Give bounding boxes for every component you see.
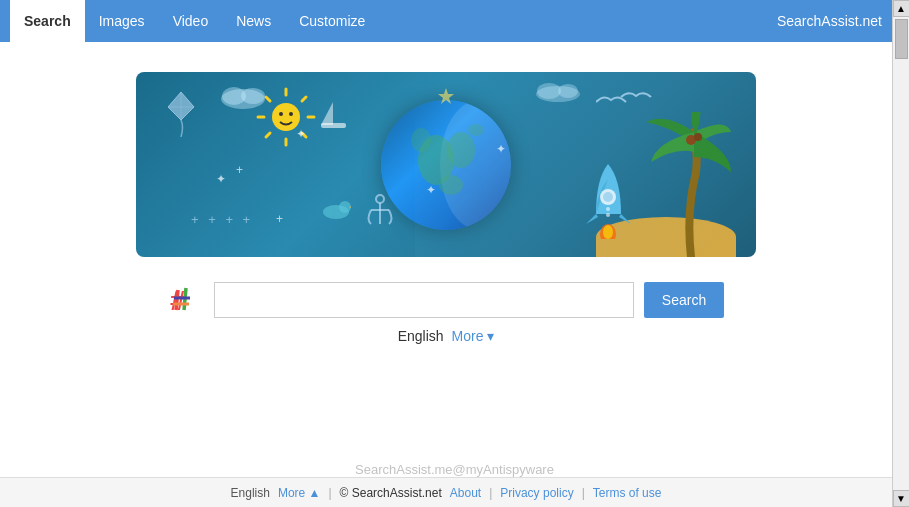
sailboat [316, 97, 351, 135]
nav-item-search[interactable]: Search [10, 0, 85, 42]
svg-point-36 [376, 195, 384, 203]
sparkle-2: ✦ [216, 172, 226, 186]
footer: English More ▲ | © SearchAssist.net Abou… [0, 477, 892, 507]
svg-line-41 [176, 290, 178, 310]
footer-terms-link[interactable]: Terms of use [593, 486, 662, 500]
svg-point-6 [279, 112, 283, 116]
nav-item-news[interactable]: News [222, 0, 285, 42]
nav-item-video[interactable]: Video [159, 0, 223, 42]
main-content: Search Images Video News Customize Searc… [0, 0, 892, 507]
footer-sep-3: | [582, 486, 585, 500]
anchor [366, 194, 394, 232]
scrollbar-thumb[interactable] [895, 19, 908, 59]
footer-sep-1: | [328, 486, 331, 500]
search-logo: # [168, 282, 204, 318]
search-area: # Search English More ▾ [0, 282, 892, 344]
light-effect [415, 72, 756, 257]
footer-more-link[interactable]: More ▲ [278, 486, 321, 500]
svg-marker-39 [438, 88, 454, 104]
svg-rect-24 [321, 123, 346, 128]
search-button[interactable]: Search [644, 282, 724, 318]
nav-bar: Search Images Video News Customize Searc… [0, 0, 892, 42]
nav-item-images[interactable]: Images [85, 0, 159, 42]
scrollbar-up-button[interactable]: ▲ [893, 0, 910, 17]
svg-line-14 [302, 97, 306, 101]
kite [166, 92, 196, 140]
footer-about-link[interactable]: About [450, 486, 481, 500]
sparkle-6: + [236, 163, 243, 177]
svg-point-7 [289, 112, 293, 116]
hero-image: ✦ ✦ ✦ ✦ + + + + + + [136, 72, 756, 257]
language-row: English More ▾ [398, 328, 495, 344]
nav-left: Search Images Video News Customize [10, 0, 777, 42]
scrollbar-track [893, 17, 909, 507]
footer-copyright: © SearchAssist.net [340, 486, 442, 500]
footer-english: English [231, 486, 270, 500]
search-row: # Search [168, 282, 724, 318]
watermark: SearchAssist.me@myAntispyware [355, 462, 554, 477]
hero-container: ✦ ✦ ✦ ✦ + + + + + + [0, 42, 892, 277]
svg-line-15 [266, 133, 270, 137]
plus-signs: + + + + [191, 212, 253, 227]
search-input[interactable] [214, 282, 634, 318]
sparkle-1: ✦ [296, 127, 306, 141]
language-label: English [398, 328, 444, 344]
scrollbar: ▲ ▼ [892, 0, 909, 507]
language-more-link[interactable]: More ▾ [452, 328, 495, 344]
svg-point-30 [241, 88, 265, 104]
nav-brand: SearchAssist.net [777, 13, 882, 29]
nav-item-customize[interactable]: Customize [285, 0, 379, 42]
footer-sep-2: | [489, 486, 492, 500]
sparkle-5: + [276, 212, 283, 226]
cloud-1 [216, 84, 271, 112]
duck [321, 194, 351, 222]
stars-deco [436, 87, 456, 110]
scrollbar-down-button[interactable]: ▼ [893, 490, 910, 507]
footer-privacy-link[interactable]: Privacy policy [500, 486, 573, 500]
